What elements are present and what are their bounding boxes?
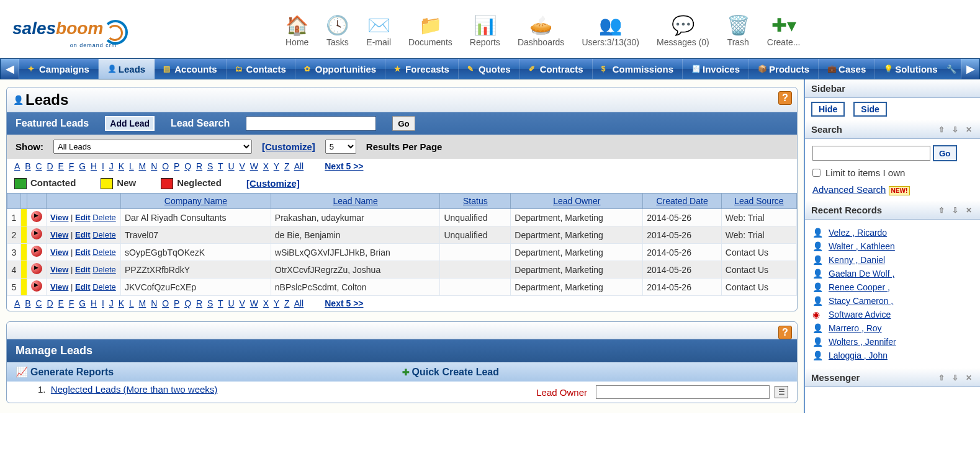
limit-own-checkbox[interactable] [812, 169, 820, 177]
widget-pin-icon[interactable]: ⇩ [950, 125, 960, 135]
col-status[interactable]: Status [463, 196, 488, 206]
view-link[interactable]: View [50, 265, 68, 274]
tab-invoices[interactable]: 🧾Invoices [683, 59, 749, 79]
tab-cases[interactable]: 💼Cases [819, 59, 875, 79]
edit-link[interactable]: Edit [75, 230, 91, 239]
alpha-s[interactable]: S [207, 161, 213, 171]
alpha-a[interactable]: A [14, 298, 20, 308]
alpha-h[interactable]: H [91, 161, 97, 171]
lead-search-go-button[interactable]: Go [392, 116, 415, 131]
nav-home[interactable]: 🏠Home [285, 12, 308, 47]
recent-item[interactable]: 👤 Renee Cooper , [812, 280, 973, 294]
sidebar-search-go-button[interactable]: Go [933, 145, 957, 161]
tabs-scroll-left[interactable]: ◀ [1, 59, 19, 79]
alpha-c[interactable]: C [35, 298, 42, 308]
col-company-name[interactable]: Company Name [164, 196, 227, 206]
sidebar-search-input[interactable] [812, 146, 930, 161]
widget-pin-icon[interactable]: ⇩ [950, 205, 960, 215]
nav-create[interactable]: ✚▾Create... [767, 12, 801, 47]
alpha-u[interactable]: U [228, 298, 234, 308]
alpha-n[interactable]: N [151, 161, 157, 171]
alpha-x[interactable]: X [263, 298, 269, 308]
alpha-q[interactable]: Q [184, 161, 191, 171]
alpha-v[interactable]: V [239, 298, 245, 308]
widget-close-icon[interactable]: ✕ [964, 373, 974, 383]
alpha-y[interactable]: Y [274, 298, 279, 308]
alpha-e[interactable]: E [58, 298, 64, 308]
widget-pin-icon[interactable]: ⇩ [950, 373, 960, 383]
recent-item[interactable]: 👤 Gaelan De Wolf , [812, 267, 973, 280]
customize-legend-link[interactable]: [Customize] [246, 178, 300, 189]
tab-commissions[interactable]: $Commissions [593, 59, 683, 79]
lookup-icon[interactable]: ☰ [775, 386, 788, 398]
recent-item[interactable]: 👤 Marrero , Roy [812, 321, 973, 335]
show-filter-select[interactable]: All Leads [53, 140, 252, 154]
tab-campaigns[interactable]: ✦Campaigns [19, 59, 99, 79]
lead-owner-input[interactable] [596, 385, 770, 399]
col-created-date[interactable]: Created Date [656, 196, 708, 206]
go-icon[interactable] [31, 228, 42, 239]
alpha-d[interactable]: D [47, 298, 53, 308]
nav-users[interactable]: 👥Users:3/13(30) [582, 12, 639, 47]
alpha-r[interactable]: R [196, 298, 202, 308]
edit-link[interactable]: Edit [75, 282, 91, 292]
alpha-k[interactable]: K [119, 298, 124, 308]
delete-link[interactable]: Delete [92, 230, 116, 239]
alpha-o[interactable]: O [162, 298, 169, 308]
nav-messages[interactable]: 💬Messages (0) [657, 12, 709, 47]
report-link-neglected[interactable]: Neglected Leads (More than two weeks) [51, 384, 217, 395]
alpha-z[interactable]: Z [284, 161, 290, 171]
delete-link[interactable]: Delete [92, 213, 116, 222]
alpha-e[interactable]: E [58, 161, 64, 171]
alpha-f[interactable]: F [69, 161, 74, 171]
col-lead-owner[interactable]: Lead Owner [553, 196, 600, 206]
nav-reports[interactable]: 📊Reports [470, 12, 500, 47]
alpha-t[interactable]: T [218, 161, 223, 171]
tabs-tools-icon[interactable]: 🔧 [942, 59, 961, 79]
alpha-m[interactable]: M [139, 161, 146, 171]
alpha-g[interactable]: G [79, 161, 86, 171]
alpha-v[interactable]: V [239, 161, 245, 171]
alpha-c[interactable]: C [35, 161, 42, 171]
nav-tasks[interactable]: 🕓Tasks [326, 12, 349, 47]
sidebar-side-button[interactable]: Side [853, 102, 887, 117]
alpha-u[interactable]: U [228, 161, 234, 171]
go-icon[interactable] [31, 263, 42, 274]
recent-item[interactable]: 👤 Wolters , Jennifer [812, 335, 973, 349]
next-page-link[interactable]: Next 5 >> [325, 161, 363, 171]
sidebar-hide-button[interactable]: Hide [811, 102, 845, 117]
alpha-g[interactable]: G [79, 298, 86, 308]
alpha-l[interactable]: L [129, 161, 134, 171]
alpha-all[interactable]: All [294, 161, 304, 171]
delete-link[interactable]: Delete [92, 265, 116, 274]
alpha-i[interactable]: I [102, 298, 104, 308]
alpha-b[interactable]: B [25, 161, 30, 171]
delete-link[interactable]: Delete [92, 248, 116, 257]
alpha-j[interactable]: J [109, 161, 114, 171]
tab-quotes[interactable]: ✎Quotes [459, 59, 520, 79]
results-per-page-select[interactable]: 5 [325, 140, 356, 154]
edit-link[interactable]: Edit [75, 213, 91, 222]
alpha-all[interactable]: All [294, 298, 304, 308]
alpha-w[interactable]: W [250, 298, 258, 308]
view-link[interactable]: View [50, 248, 68, 257]
alpha-l[interactable]: L [129, 298, 134, 308]
view-link[interactable]: View [50, 213, 68, 222]
alpha-a[interactable]: A [14, 161, 20, 171]
edit-link[interactable]: Edit [75, 248, 91, 257]
recent-item[interactable]: 👤 Walter , Kathleen [812, 239, 973, 253]
widget-up-icon[interactable]: ⇧ [937, 205, 946, 215]
recent-item[interactable]: 👤 Kenny , Daniel [812, 253, 973, 267]
widget-up-icon[interactable]: ⇧ [937, 125, 946, 135]
tab-solutions[interactable]: 💡Solutions [875, 59, 942, 79]
alpha-w[interactable]: W [250, 161, 258, 171]
go-icon[interactable] [31, 280, 42, 292]
tab-forecasts[interactable]: ★Forecasts [385, 59, 459, 79]
alpha-q[interactable]: Q [184, 298, 191, 308]
alpha-t[interactable]: T [218, 298, 223, 308]
delete-link[interactable]: Delete [92, 282, 116, 292]
advanced-search-link[interactable]: Advanced Search [812, 184, 886, 195]
recent-item[interactable]: 👤 Velez , Ricardo [812, 226, 973, 239]
nav-trash[interactable]: 🗑️Trash [727, 12, 750, 47]
tab-accounts[interactable]: ▤Accounts [155, 59, 226, 79]
